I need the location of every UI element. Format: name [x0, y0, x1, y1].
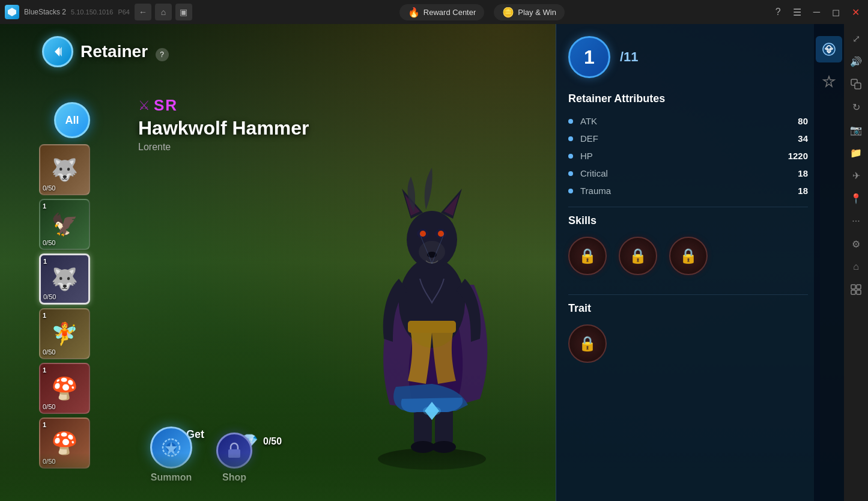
attr-value-critical: 18 [798, 168, 808, 178]
skill-slot-2[interactable]: 🔒 [619, 237, 657, 275]
reward-center-label: Reward Center [423, 8, 476, 17]
panel-tabs [814, 24, 844, 501]
nav-back-button[interactable]: ← [135, 4, 151, 20]
character-name-area: ⚔ SR Hawkwolf Hammer Lorente [138, 96, 309, 153]
attr-dot [568, 171, 573, 176]
panel-tab-pet[interactable] [816, 36, 842, 62]
attr-value-def: 34 [798, 133, 808, 144]
char-counter: 0/50 [43, 239, 55, 246]
skills-row: 🔒 🔒 🔒 [568, 237, 808, 275]
lock-icon: 🔒 [578, 335, 596, 352]
minimize-button[interactable]: ─ [810, 5, 824, 19]
attributes-title: Retainer Attributes [568, 93, 808, 105]
sidebar-rotate-icon[interactable]: ↻ [846, 97, 866, 117]
screen-title: Retainer [80, 42, 148, 61]
hamburger-button[interactable]: ☰ [789, 5, 805, 19]
skills-title: Skills [568, 214, 808, 227]
attr-value-atk: 80 [798, 116, 808, 126]
sidebar-more-icon[interactable]: ··· [846, 211, 866, 231]
wolf-character-display [336, 135, 528, 471]
right-attributes-panel: 1 /11 Retainer Attributes ATK 80 DEF 34 [556, 24, 820, 501]
app-platform: P64 [118, 8, 130, 16]
char-list-item[interactable]: 🦅 1 0/50 [39, 199, 90, 250]
char-list-item[interactable]: 🐺 0/50 [39, 144, 90, 195]
title-bar: BlueStacks 2 5.10.150.1016 P64 ← ⌂ ▣ 🔥 R… [0, 0, 868, 24]
attr-row-def: DEF 34 [568, 130, 808, 147]
svg-rect-5 [851, 290, 855, 294]
level-max: /11 [620, 49, 639, 65]
play-win-label: Play & Win [518, 8, 556, 17]
bluestacks-logo [5, 5, 19, 19]
trait-slot-1[interactable]: 🔒 [568, 324, 607, 363]
skill-slot-1[interactable]: 🔒 [568, 237, 607, 275]
character-list: 🐺 0/50 🦅 1 0/50 🐺 1 0/50 🧚 1 0/50 [39, 144, 90, 469]
attr-dot [568, 189, 573, 193]
panel-tab-star[interactable] [816, 68, 842, 95]
character-rarity: ⚔ SR [138, 96, 309, 115]
attr-value-hp: 1220 [788, 151, 808, 161]
close-button[interactable]: ✕ [848, 5, 863, 19]
sidebar-screenshot-icon[interactable]: 📷 [846, 120, 866, 139]
trait-row: 🔒 [568, 324, 808, 363]
trait-title: Trait [568, 302, 808, 315]
sidebar-multiinstance-icon[interactable] [846, 74, 866, 94]
app-version: 5.10.150.1016 [71, 8, 113, 16]
attr-row-atk: ATK 80 [568, 112, 808, 130]
svg-rect-2 [855, 83, 861, 89]
svg-point-16 [423, 406, 441, 416]
retainer-back-button[interactable] [42, 36, 73, 67]
divider-2 [568, 294, 808, 295]
retainer-header: Retainer ? [42, 36, 169, 67]
lock-icon: 🔒 [679, 247, 697, 264]
level-section: 1 /11 [568, 36, 808, 78]
char-list-item[interactable]: 🧚 1 0/50 [39, 308, 90, 359]
char-counter: 0/50 [43, 293, 56, 300]
character-subtitle: Lorente [138, 142, 309, 153]
game-ui: Retainer ? All 🐺 0/50 🦅 1 0/50 [0, 24, 844, 501]
all-filter-button[interactable]: All [54, 102, 90, 138]
svg-point-12 [411, 441, 435, 453]
sidebar-grid-icon[interactable] [846, 280, 866, 299]
char-level: 1 [43, 258, 47, 265]
char-level: 1 [43, 366, 46, 374]
retainer-title-block: Retainer ? [80, 42, 169, 61]
help-icon[interactable]: ? [156, 48, 169, 61]
nav-home-button[interactable]: ⌂ [155, 4, 172, 20]
nav-windows-button[interactable]: ▣ [175, 4, 192, 20]
char-level: 1 [43, 202, 46, 210]
char-counter: 0/50 [43, 403, 55, 410]
sidebar-home-icon[interactable]: ⌂ [846, 257, 866, 276]
sidebar-airplane-icon[interactable]: ✈ [846, 166, 866, 185]
level-circle: 1 [568, 36, 610, 78]
titlebar-right: ? ☰ ─ ◻ ✕ [772, 5, 863, 19]
attr-row-trauma: Trauma 18 [568, 182, 808, 199]
svg-point-13 [432, 441, 456, 453]
sidebar-location-icon[interactable]: 📍 [846, 189, 866, 208]
svg-marker-0 [8, 8, 16, 16]
character-name: Hawkwolf Hammer [138, 117, 309, 139]
attr-dot [568, 154, 573, 159]
sidebar-settings-icon[interactable]: ⚙ [846, 234, 866, 254]
maximize-button[interactable]: ◻ [828, 5, 843, 19]
titlebar-nav: ← ⌂ ▣ [135, 4, 192, 20]
sidebar-expand-icon[interactable]: ⤢ [846, 29, 866, 48]
attr-dot [568, 119, 573, 124]
lock-icon: 🔒 [578, 247, 596, 264]
attr-value-trauma: 18 [798, 186, 808, 196]
reward-center-button[interactable]: 🔥 Reward Center [399, 4, 484, 20]
right-sidebar: ⤢ 🔊 ↻ 📷 📁 ✈ 📍 ··· ⚙ ⌂ [844, 24, 868, 501]
reward-flame-icon: 🔥 [408, 7, 420, 18]
play-win-button[interactable]: 🪙 Play & Win [494, 4, 565, 20]
app-name: BlueStacks 2 [24, 8, 66, 16]
titlebar-center: 🔥 Reward Center 🪙 Play & Win [399, 4, 565, 20]
char-list-item[interactable]: 🍄 1 0/50 [39, 363, 90, 414]
sidebar-sound-icon[interactable]: 🔊 [846, 52, 866, 71]
help-button[interactable]: ? [772, 5, 785, 19]
svg-rect-4 [857, 285, 861, 289]
char-level: 1 [43, 421, 46, 428]
attr-dot [568, 136, 573, 141]
char-list-item-selected[interactable]: 🐺 1 0/50 [39, 254, 90, 305]
svg-rect-6 [857, 290, 861, 294]
sidebar-folder-icon[interactable]: 📁 [846, 143, 866, 162]
skill-slot-3[interactable]: 🔒 [669, 237, 708, 275]
